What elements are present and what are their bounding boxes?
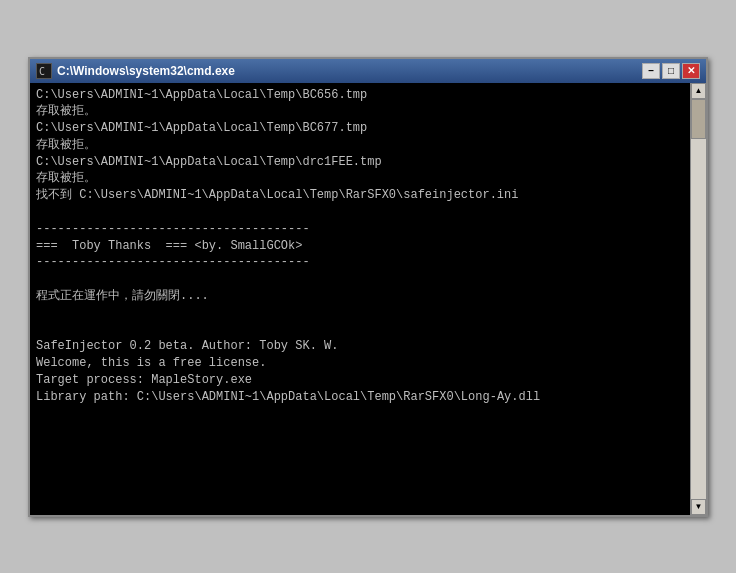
cmd-window: C C:\Windows\system32\cmd.exe – □ ✕ C:\U… <box>28 57 708 517</box>
scrollbar-thumb[interactable] <box>691 99 706 139</box>
cmd-icon: C <box>36 63 52 79</box>
close-button[interactable]: ✕ <box>682 63 700 79</box>
minimize-button[interactable]: – <box>642 63 660 79</box>
svg-text:C: C <box>39 66 45 77</box>
scrollbar-up-arrow[interactable]: ▲ <box>691 83 706 99</box>
title-bar-left: C C:\Windows\system32\cmd.exe <box>36 63 235 79</box>
window-title: C:\Windows\system32\cmd.exe <box>57 64 235 78</box>
content-area: C:\Users\ADMINI~1\AppData\Local\Temp\BC6… <box>30 83 706 515</box>
scrollbar-down-arrow[interactable]: ▼ <box>691 499 706 515</box>
scrollbar-track[interactable] <box>691 99 706 499</box>
title-bar: C C:\Windows\system32\cmd.exe – □ ✕ <box>30 59 706 83</box>
terminal-output: C:\Users\ADMINI~1\AppData\Local\Temp\BC6… <box>30 83 690 515</box>
maximize-button[interactable]: □ <box>662 63 680 79</box>
title-bar-buttons: – □ ✕ <box>642 63 700 79</box>
scrollbar[interactable]: ▲ ▼ <box>690 83 706 515</box>
